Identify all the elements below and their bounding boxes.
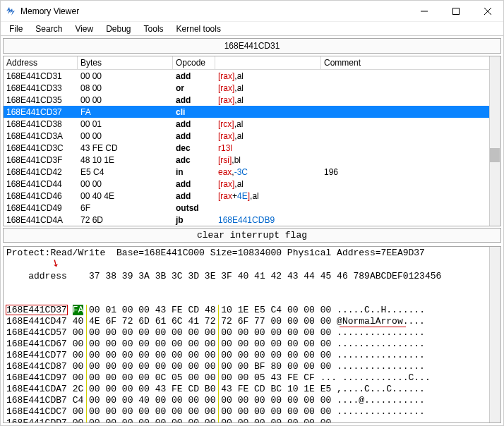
hex-body[interactable]: 168E441CD37 FA 00 01 00 00 43 FE CD 48 1… <box>4 305 500 423</box>
close-button[interactable] <box>472 1 503 22</box>
status-line: clear interrupt flag <box>3 228 501 243</box>
hex-header: address 37 38 39 3A 3B 3C 3D 3E 3F 40 41… <box>4 260 500 305</box>
disasm-row[interactable]: 168E441CD3F48 10 1Eadc[rsi],bl <box>4 154 500 166</box>
disasm-row[interactable]: 168E441CD3C43 FE CDdecr13l <box>4 142 500 154</box>
disasm-row[interactable]: 168E441CD37FAcli <box>4 106 500 118</box>
menubar: File Search View Debug Tools Kernel tool… <box>1 22 503 36</box>
hex-header-cols: 37 38 39 3A 3B 3C 3D 3E 3F 40 41 42 43 4… <box>89 271 441 281</box>
menu-tools[interactable]: Tools <box>138 23 169 35</box>
disasm-row[interactable]: 168E441CD3100 00add[rax],al <box>4 70 500 82</box>
window-title: Memory Viewer <box>20 6 408 16</box>
disasm-row[interactable]: 168E441CD4600 40 4Eadd[rax+4E],al <box>4 190 500 202</box>
col-opcode[interactable]: Opcode <box>173 56 215 69</box>
hex-row[interactable]: 168E441CD47 40 4E 6F 72 6D 61 6C 41 72 7… <box>6 316 498 327</box>
hex-scrollbar[interactable] <box>489 247 500 422</box>
menu-file[interactable]: File <box>4 23 28 35</box>
menu-view[interactable]: View <box>69 23 99 35</box>
hex-row[interactable]: 168E441CD57 00 00 00 00 00 00 00 00 00 0… <box>6 327 498 339</box>
hex-header-lead: address <box>28 271 89 281</box>
hex-row[interactable]: 168E441CD87 00 00 00 00 00 00 00 00 00 0… <box>6 361 498 372</box>
menu-kernel[interactable]: Kernel tools <box>171 23 227 35</box>
address-banner[interactable]: 168E441CD31 <box>3 38 501 54</box>
maximize-button[interactable] <box>440 1 472 22</box>
disasm-row[interactable]: 168E441CD3500 00add[rax],al <box>4 94 500 106</box>
col-bytes[interactable]: Bytes <box>78 56 173 69</box>
col-address[interactable]: Address <box>4 56 78 69</box>
disasm-row[interactable]: 168E441CD496Foutsd <box>4 202 500 214</box>
app-icon <box>5 6 16 17</box>
hex-row[interactable]: 168E441CD97 00 00 00 00 00 0C 05 00 00 0… <box>6 372 498 384</box>
hex-row[interactable]: 168E441CD37 FA 00 01 00 00 43 FE CD 48 1… <box>6 305 498 316</box>
hex-row[interactable]: 168E441CDC7 00 00 00 00 00 00 00 00 00 0… <box>6 406 498 418</box>
hex-row[interactable]: 168E441CDB7 C4 00 00 00 40 00 00 00 00 0… <box>6 395 498 406</box>
hex-row[interactable]: 168E441CD77 00 00 00 00 00 00 00 00 00 0… <box>6 350 498 361</box>
hex-info: Protect:Read/Write Base=168E441C000 Size… <box>4 247 500 260</box>
svg-rect-1 <box>452 8 459 14</box>
col-operands[interactable] <box>215 56 321 69</box>
disasm-row[interactable]: 168E441CD42E5 C4ineax,-3C196 <box>4 166 500 178</box>
disasm-row[interactable]: 168E441CD4A72 6Djb168E441CDB9 <box>4 214 500 226</box>
disassembly-header: Address Bytes Opcode Comment <box>4 56 500 70</box>
col-comment[interactable]: Comment <box>321 56 500 69</box>
minimize-button[interactable] <box>408 1 440 22</box>
scrollbar-thumb[interactable] <box>490 148 500 162</box>
hex-row[interactable]: 168E441CD67 00 00 00 00 00 00 00 00 00 0… <box>6 339 498 350</box>
disasm-row[interactable]: 168E441CD3308 00or[rax],al <box>4 82 500 94</box>
hex-row[interactable]: 168E441CDD7 00 00 00 00 00 00 00 00 00 0… <box>6 418 498 423</box>
disasm-row[interactable]: 168E441CD3800 01add[rcx],al <box>4 118 500 130</box>
disassembly-body[interactable]: 168E441CD3100 00add[rax],al168E441CD3308… <box>4 70 500 226</box>
menu-debug[interactable]: Debug <box>100 23 136 35</box>
hex-row[interactable]: 168E441CDA7 2C 00 00 00 00 43 FE CD B0 4… <box>6 384 498 395</box>
disasm-row[interactable]: 168E441CD3A00 00add[rax],al <box>4 130 500 142</box>
hex-panel: Protect:Read/Write Base=168E441C000 Size… <box>3 246 501 423</box>
arrow-annotation: ➘ <box>49 257 61 271</box>
disasm-row[interactable]: 168E441CD4400 00add[rax],al <box>4 178 500 190</box>
titlebar: Memory Viewer <box>1 1 503 22</box>
disasm-scrollbar[interactable] <box>489 56 500 226</box>
menu-search[interactable]: Search <box>30 23 68 35</box>
disassembly-panel: Address Bytes Opcode Comment 168E441CD31… <box>3 56 501 226</box>
